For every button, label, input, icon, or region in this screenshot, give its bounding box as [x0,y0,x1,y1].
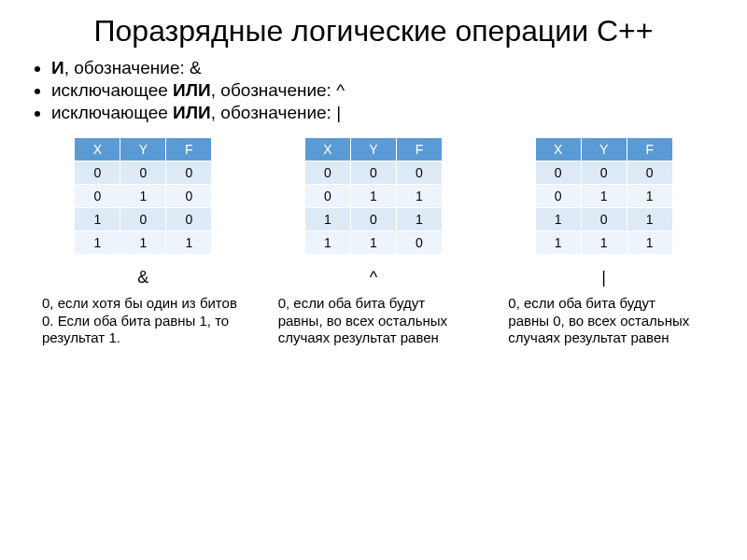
cell-y: 0 [582,161,627,184]
table-row: 1 0 1 [536,208,672,231]
col-header-y: Y [582,138,627,161]
col-header-x: X [536,138,581,161]
cell-y: 1 [351,231,396,254]
cell-f: 0 [166,185,211,207]
xor-table: X Y F 0 0 0 0 1 1 1 0 1 [304,137,443,255]
cell-f: 0 [397,231,442,254]
col-header-x: X [75,138,120,161]
op-suffix: , обозначение: | [211,103,341,122]
and-column: X Y F 0 0 0 0 1 0 1 0 0 [42,137,245,347]
table-row: 1 1 1 [75,231,211,254]
xor-column: X Y F 0 0 0 0 1 1 1 0 1 [273,137,475,347]
op-prefix: исключающее [51,80,168,100]
cell-f: 1 [627,231,672,254]
cell-x: 0 [536,185,581,207]
table-row: 0 0 0 [536,161,672,184]
cell-f: 1 [397,208,442,231]
list-item: исключающее ИЛИ, обозначение: ^ [51,80,719,101]
cell-f: 0 [166,161,211,184]
or-symbol: | [601,268,606,287]
xor-symbol: ^ [370,268,377,287]
cell-x: 1 [536,208,581,231]
cell-y: 0 [582,208,627,231]
cell-f: 1 [166,231,211,254]
or-table: X Y F 0 0 0 0 1 1 1 0 1 [535,137,673,255]
cell-f: 1 [627,208,672,231]
xor-description: 0, если оба бита будут равны, во всех ос… [273,295,475,347]
cell-x: 0 [75,185,120,207]
op-name: ИЛИ [168,103,211,122]
table-row: 1 1 1 [536,231,672,254]
cell-x: 1 [536,231,581,254]
op-suffix: , обозначение: ^ [211,80,345,100]
op-prefix: исключающее [51,103,168,122]
cell-y: 1 [120,231,165,254]
page-title: Поразрядные логические операции С++ [28,14,719,49]
cell-x: 1 [305,231,350,254]
and-table: X Y F 0 0 0 0 1 0 1 0 0 [74,137,212,255]
cell-y: 0 [120,208,165,231]
and-description: 0, если хотя бы один из битов 0. Если об… [42,295,245,347]
table-row: 1 1 0 [305,231,442,254]
cell-f: 1 [627,185,672,207]
op-suffix: , обозначение: & [64,58,202,77]
col-header-y: Y [120,138,165,161]
col-header-f: F [166,138,211,161]
cell-y: 1 [582,185,627,207]
cell-y: 0 [120,161,165,184]
table-row: 0 1 1 [305,185,442,207]
operator-list: И, обозначение: & исключающее ИЛИ, обозн… [51,58,719,123]
col-header-f: F [627,138,672,161]
cell-y: 0 [351,161,396,184]
op-name: ИЛИ [168,80,211,100]
cell-f: 0 [166,208,211,231]
table-header-row: X Y F [536,138,672,161]
cell-x: 0 [305,161,350,184]
truth-tables-row: X Y F 0 0 0 0 1 0 1 0 0 [28,137,719,347]
cell-y: 1 [582,231,627,254]
cell-x: 1 [305,208,350,231]
slide: Поразрядные логические операции С++ И, о… [0,0,747,560]
cell-x: 1 [75,208,120,231]
cell-x: 0 [536,161,581,184]
op-name: И [51,58,64,77]
cell-f: 1 [397,185,442,207]
table-row: 1 0 1 [305,208,442,231]
cell-f: 0 [397,161,442,184]
cell-x: 0 [305,185,350,207]
list-item: И, обозначение: & [51,58,719,78]
or-description: 0, если оба бита будут равны 0, во всех … [502,295,705,347]
col-header-x: X [305,138,350,161]
cell-y: 1 [351,185,396,207]
table-header-row: X Y F [305,138,442,161]
and-symbol: & [137,268,148,287]
table-row: 0 0 0 [75,161,211,184]
cell-f: 0 [627,161,672,184]
cell-x: 1 [75,231,120,254]
cell-y: 1 [120,185,165,207]
cell-x: 0 [75,161,120,184]
cell-y: 0 [351,208,396,231]
table-row: 0 0 0 [305,161,442,184]
list-item: исключающее ИЛИ, обозначение: | [51,103,719,123]
table-row: 1 0 0 [75,208,211,231]
col-header-f: F [397,138,442,161]
table-header-row: X Y F [75,138,211,161]
table-row: 0 1 0 [75,185,211,207]
or-column: X Y F 0 0 0 0 1 1 1 0 1 [502,137,705,347]
col-header-y: Y [351,138,396,161]
table-row: 0 1 1 [536,185,672,207]
